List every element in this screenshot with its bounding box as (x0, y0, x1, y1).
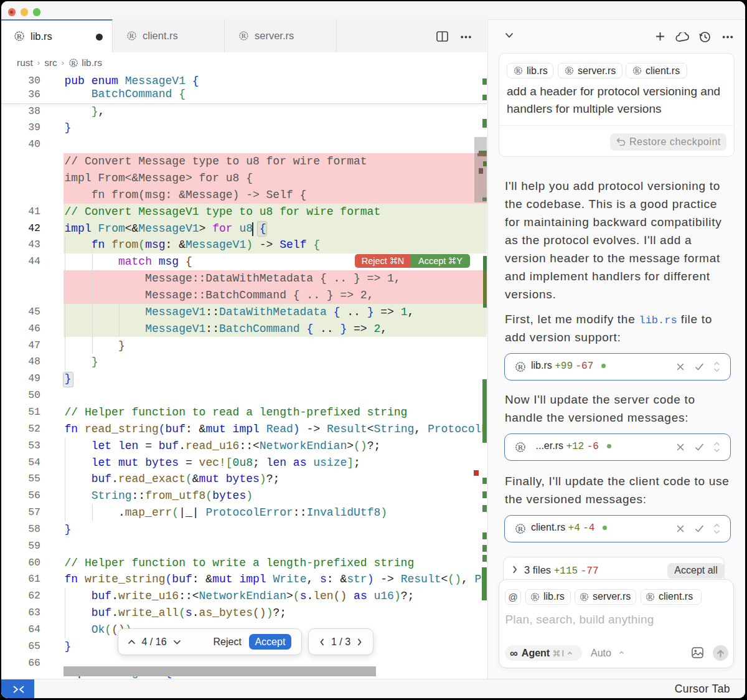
svg-text:R: R (517, 443, 523, 451)
svg-text:R: R (533, 594, 537, 600)
svg-text:R: R (517, 363, 523, 371)
svg-text:R: R (648, 594, 652, 600)
svg-text:R: R (635, 68, 639, 74)
svg-text:R: R (582, 594, 586, 600)
svg-text:R: R (242, 32, 247, 39)
svg-text:R: R (567, 68, 571, 74)
svg-text:R: R (72, 59, 77, 66)
svg-text:R: R (517, 525, 523, 532)
svg-text:R: R (129, 32, 134, 39)
svg-text:R: R (516, 68, 520, 74)
svg-text:R: R (17, 32, 22, 40)
